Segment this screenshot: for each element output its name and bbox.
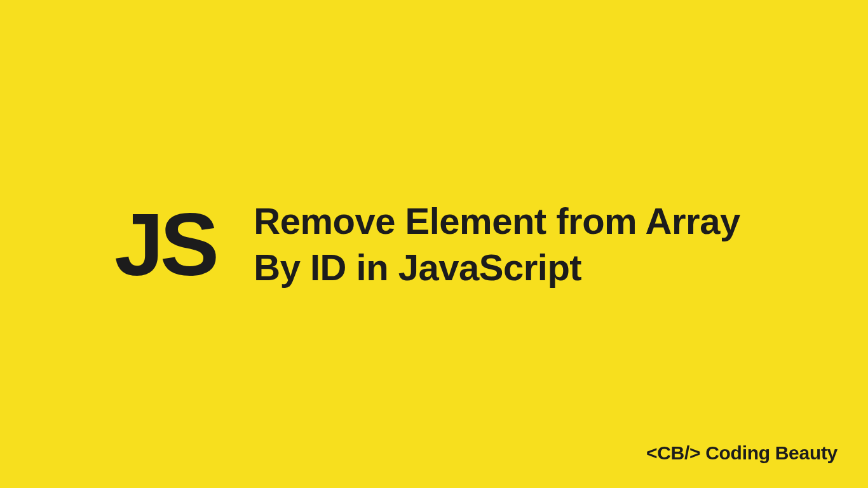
hero-content: JS Remove Element from Array By ID in Ja… (0, 198, 868, 290)
js-logo: JS (114, 200, 215, 288)
brand-label: <CB/> Coding Beauty (646, 442, 837, 464)
article-title: Remove Element from Array By ID in JavaS… (254, 198, 754, 290)
